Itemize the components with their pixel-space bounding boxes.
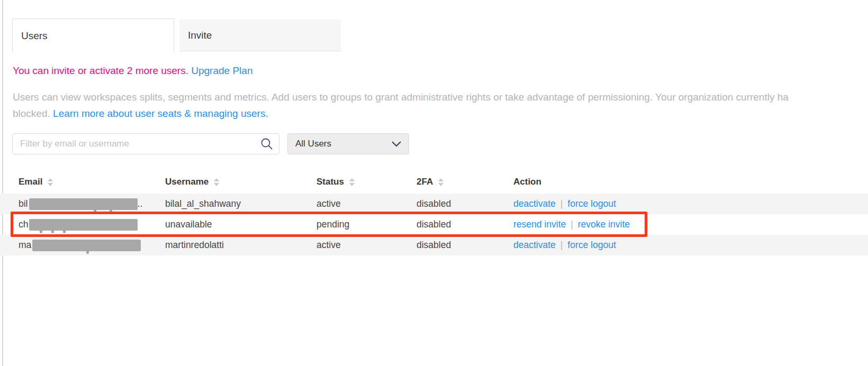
column-header-2fa-label: 2FA — [417, 177, 433, 187]
chevron-down-icon — [392, 141, 401, 147]
description-line2: blocked. Learn more about user seats & m… — [13, 105, 789, 122]
description-line2-text: blocked. — [13, 108, 50, 119]
revoke-invite-link[interactable]: revoke invite — [578, 219, 630, 230]
twofa-cell: disabled — [417, 240, 513, 251]
seat-limit-notice: You can invite or activate 2 more users.… — [13, 65, 252, 77]
status-cell: active — [317, 198, 417, 209]
email-suffix: .. — [138, 198, 143, 209]
tab-invite[interactable]: Invite — [179, 20, 341, 51]
redaction-box — [29, 219, 138, 231]
column-header-status[interactable]: Status — [317, 177, 417, 187]
dropdown-selected-value: All Users — [295, 139, 331, 149]
status-cell: pending — [317, 219, 417, 230]
table-row: ch unavailable pending disabled resend i… — [0, 214, 868, 235]
email-prefix: bil — [19, 198, 28, 209]
table-row: bil .. bilal_al_shahwany active disabled… — [0, 194, 868, 214]
redaction-artifact — [86, 251, 89, 254]
twofa-cell: disabled — [417, 198, 513, 209]
status-cell: active — [317, 240, 417, 251]
seat-limit-message: You can invite or activate 2 more users. — [13, 65, 188, 76]
description-line1: Users can view workspaces splits, segmen… — [13, 89, 789, 105]
tab-users[interactable]: Users — [12, 19, 174, 52]
column-header-2fa[interactable]: 2FA — [417, 177, 513, 187]
user-management-page: Users Invite You can invite or activate … — [0, 0, 868, 366]
table-header-row: Email Username Status 2FA Action — [0, 170, 868, 194]
column-header-email-label: Email — [19, 177, 42, 187]
users-table: Email Username Status 2FA Action bil — [0, 170, 868, 255]
username-cell: unavailable — [165, 219, 317, 230]
learn-more-link[interactable]: Learn more about user seats & managing u… — [53, 108, 268, 119]
username-cell: martinredolatti — [165, 240, 317, 251]
email-cell: ma — [19, 240, 165, 251]
email-prefix: ch — [19, 219, 28, 230]
sort-icon[interactable] — [48, 178, 53, 186]
sort-icon[interactable] — [438, 178, 444, 186]
description-text: Users can view workspaces splits, segmen… — [13, 89, 789, 122]
column-header-username-label: Username — [165, 177, 209, 187]
action-separator: | — [571, 219, 573, 230]
column-header-email[interactable]: Email — [19, 177, 165, 187]
redaction-box — [29, 198, 138, 210]
action-cell: resend invite | revoke invite — [513, 219, 868, 230]
filter-controls: All Users — [12, 133, 409, 154]
deactivate-link[interactable]: deactivate — [513, 198, 556, 209]
tab-bar: Users Invite — [12, 19, 341, 52]
tab-invite-label: Invite — [188, 30, 212, 41]
email-cell: ch — [19, 219, 165, 231]
filter-input-wrapper — [12, 133, 279, 154]
column-header-action-label: Action — [513, 177, 541, 187]
username-cell: bilal_al_shahwany — [165, 198, 317, 209]
redaction-artifact — [63, 230, 66, 233]
search-icon — [260, 138, 273, 150]
tab-users-label: Users — [21, 30, 48, 42]
column-header-action: Action — [513, 177, 868, 187]
table-row: ma martinredolatti active disabled deact… — [0, 235, 868, 255]
action-cell: deactivate | force logout — [513, 240, 868, 251]
force-logout-link[interactable]: force logout — [567, 198, 616, 209]
force-logout-link[interactable]: force logout — [567, 240, 616, 251]
column-header-status-label: Status — [317, 177, 344, 187]
upgrade-plan-link[interactable]: Upgrade Plan — [191, 65, 252, 76]
email-prefix: ma — [19, 240, 31, 251]
user-filter-dropdown[interactable]: All Users — [287, 133, 409, 154]
sort-icon[interactable] — [349, 178, 355, 186]
sort-icon[interactable] — [214, 178, 219, 186]
redaction-artifact — [51, 230, 54, 233]
redaction-artifact — [94, 209, 96, 213]
twofa-cell: disabled — [417, 219, 513, 230]
resend-invite-link[interactable]: resend invite — [513, 219, 566, 230]
filter-input[interactable] — [12, 133, 279, 154]
action-separator: | — [560, 198, 563, 209]
action-separator: | — [560, 240, 563, 251]
redaction-artifact — [40, 230, 42, 233]
deactivate-link[interactable]: deactivate — [513, 240, 556, 251]
action-cell: deactivate | force logout — [513, 198, 868, 209]
redaction-box — [32, 240, 141, 251]
redaction-artifact — [110, 209, 112, 213]
email-cell: bil .. — [19, 198, 165, 210]
column-header-username[interactable]: Username — [165, 177, 317, 187]
